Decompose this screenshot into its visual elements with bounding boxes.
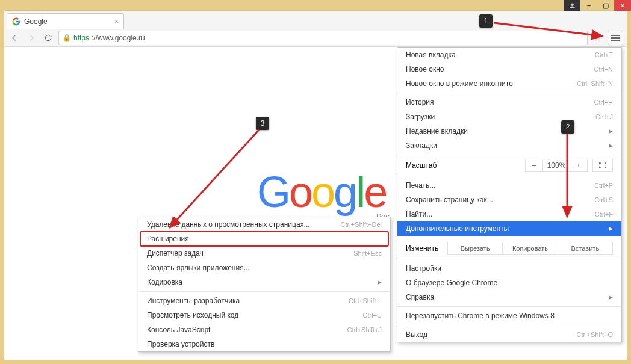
tab-close-icon[interactable]: × (114, 17, 119, 26)
chevron-right-icon: ▶ (609, 128, 613, 134)
tab-strip: Google × (4, 11, 627, 29)
menu-edit-row: Изменить Вырезать Копировать Вставить (397, 240, 621, 257)
google-logo: Google (257, 167, 386, 217)
menu-new-window[interactable]: Новое окноCtrl+N (397, 62, 621, 76)
google-favicon-icon (12, 17, 20, 26)
menu-about[interactable]: О браузере Google Chrome (397, 276, 621, 290)
menu-separator (138, 291, 390, 292)
more-tools-submenu: Удаление данных о просмотренных страница… (138, 217, 391, 352)
menu-find[interactable]: Найти...Ctrl+F (397, 207, 621, 221)
lock-icon: 🔒 (63, 34, 71, 42)
menu-settings[interactable]: Настройки (397, 261, 621, 276)
chevron-right-icon: ▶ (609, 294, 613, 300)
hamburger-menu-button[interactable] (608, 31, 623, 45)
annotation-badge-1: 1 (479, 14, 493, 28)
svg-point-0 (571, 3, 574, 6)
forward-button[interactable] (25, 31, 38, 45)
menu-recent-tabs[interactable]: Недавние вкладки▶ (397, 124, 621, 138)
reload-button[interactable] (42, 31, 55, 45)
edit-copy-button[interactable]: Копировать (502, 242, 558, 255)
edit-paste-button[interactable]: Вставить (558, 242, 613, 255)
tab-google[interactable]: Google × (7, 13, 124, 29)
edit-cut-button[interactable]: Вырезать (447, 242, 503, 255)
chevron-right-icon: ▶ (378, 279, 382, 285)
menu-separator (397, 238, 621, 238)
chevron-right-icon: ▶ (609, 226, 613, 232)
url-rest: ://www.google.ru (92, 34, 145, 42)
submenu-create-shortcuts[interactable]: Создать ярлыки приложения... (138, 261, 390, 275)
main-menu: Новая вкладкаCtrl+T Новое окноCtrl+N Нов… (397, 47, 622, 342)
menu-incognito[interactable]: Новое окно в режиме инкогнитоCtrl+Shift+… (397, 76, 621, 91)
menu-separator (397, 306, 621, 307)
submenu-task-manager[interactable]: Диспетчер задачShift+Esc (138, 246, 390, 261)
tab-title: Google (24, 17, 111, 26)
menu-separator (397, 155, 621, 155)
zoom-in-button[interactable]: + (570, 159, 588, 172)
menu-relaunch-win8[interactable]: Перезапустить Chrome в режиме Windows 8 (397, 309, 621, 323)
submenu-clear-browsing-data[interactable]: Удаление данных о просмотренных страница… (138, 217, 390, 232)
address-bar[interactable]: 🔒 https://www.google.ru (58, 31, 588, 45)
annotation-badge-2: 2 (561, 120, 574, 134)
menu-help[interactable]: Справка▶ (397, 290, 621, 304)
submenu-view-source[interactable]: Просмотреть исходный кодCtrl+U (138, 308, 390, 322)
submenu-dev-tools[interactable]: Инструменты разработчикаCtrl+Shift+I (138, 294, 390, 308)
menu-save-as[interactable]: Сохранить страницу как...Ctrl+S (397, 193, 621, 207)
window-titlebar: – ▢ × (564, 0, 631, 11)
menu-print[interactable]: Печать...Ctrl+P (397, 178, 621, 193)
menu-history[interactable]: ИсторияCtrl+H (397, 95, 621, 110)
menu-separator (397, 176, 621, 176)
submenu-extensions[interactable]: Расширения (138, 232, 390, 246)
back-button[interactable] (8, 31, 21, 45)
chevron-right-icon: ▶ (609, 143, 613, 149)
menu-separator (397, 259, 621, 259)
annotation-badge-3: 3 (256, 117, 269, 130)
menu-zoom: Масштаб – 100% + (397, 157, 621, 174)
menu-downloads[interactable]: ЗагрузкиCtrl+J (397, 110, 621, 124)
menu-bookmarks[interactable]: Закладки▶ (397, 138, 621, 153)
submenu-inspect-devices[interactable]: Проверка устройств (138, 337, 390, 351)
toolbar: 🔒 https://www.google.ru ☆ (4, 29, 627, 47)
zoom-out-button[interactable]: – (525, 159, 543, 172)
menu-exit[interactable]: ВыходCtrl+Shift+Q (397, 327, 621, 342)
zoom-value: 100% (542, 159, 570, 172)
close-button[interactable]: × (614, 0, 631, 11)
hamburger-icon (611, 37, 620, 39)
menu-separator (397, 93, 621, 93)
submenu-encoding[interactable]: Кодировка▶ (138, 275, 390, 289)
url-scheme: https (73, 34, 89, 42)
menu-more-tools[interactable]: Дополнительные инструменты▶ (397, 221, 621, 236)
maximize-button[interactable]: ▢ (597, 0, 614, 11)
fullscreen-button[interactable] (592, 159, 613, 172)
menu-new-tab[interactable]: Новая вкладкаCtrl+T (397, 48, 621, 62)
menu-separator (397, 325, 621, 325)
submenu-js-console[interactable]: Консоль JavaScriptCtrl+Shift+J (138, 322, 390, 337)
bookmark-star-icon[interactable]: ☆ (591, 33, 604, 43)
user-icon[interactable] (564, 0, 580, 11)
minimize-button[interactable]: – (580, 0, 597, 11)
